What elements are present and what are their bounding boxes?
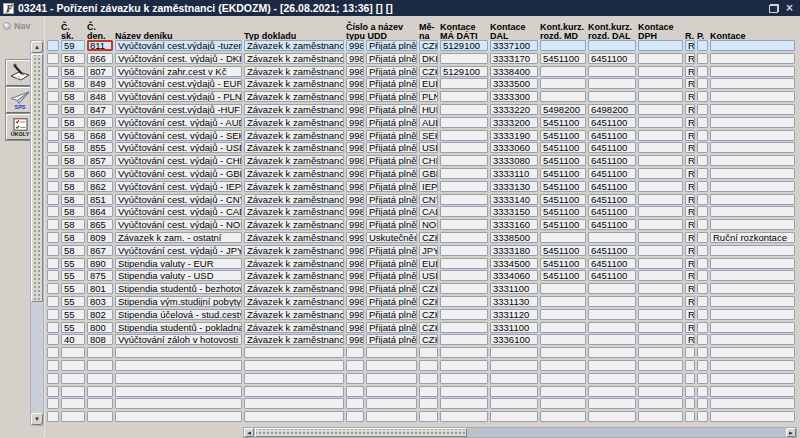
cell-udd_num[interactable] xyxy=(346,347,364,358)
cell-typ[interactable]: Závazek k zaměstnanci xyxy=(244,104,344,115)
cell-kurzdal[interactable]: 6451100 xyxy=(588,258,636,269)
cell-udd_num[interactable]: 999 xyxy=(346,232,364,243)
cell-mena[interactable]: CZK xyxy=(419,309,438,320)
cell-udd_name[interactable]: Přijatá plnění z xyxy=(366,309,417,320)
cell-sk[interactable]: 58 xyxy=(61,219,85,230)
cell-dph[interactable] xyxy=(638,283,683,294)
cell-kurzmd[interactable]: 5451100 xyxy=(540,270,586,281)
cell-den[interactable]: 869 xyxy=(87,117,113,128)
cell-dal[interactable]: 3333500 xyxy=(490,78,538,89)
cell-r[interactable] xyxy=(685,411,695,422)
cell-r[interactable]: R xyxy=(685,270,695,281)
cell-udd_name[interactable] xyxy=(366,386,417,397)
cell-r[interactable] xyxy=(685,347,695,358)
cell-den[interactable] xyxy=(87,360,113,371)
cell-sk[interactable]: 58 xyxy=(61,194,85,205)
cell-den[interactable]: 847 xyxy=(87,104,113,115)
cell-r[interactable]: R xyxy=(685,168,695,179)
cell-mena[interactable]: CZK xyxy=(419,334,438,345)
cell-sk[interactable]: 58 xyxy=(61,78,85,89)
cell-sel[interactable] xyxy=(47,309,59,320)
cell-r[interactable]: R xyxy=(685,283,695,294)
cell-mena[interactable]: GBP xyxy=(419,168,438,179)
cell-kontace[interactable] xyxy=(710,411,795,422)
cell-dph[interactable] xyxy=(638,155,683,166)
cell-mena[interactable]: IEP xyxy=(419,181,438,192)
cell-dal[interactable]: 3333110 xyxy=(490,168,538,179)
cell-madati[interactable] xyxy=(440,398,488,409)
cell-nazev[interactable]: Vyúčtování cest. výdajů - CAD xyxy=(115,206,242,217)
cell-udd_name[interactable] xyxy=(366,411,417,422)
cell-dal[interactable]: 3333150 xyxy=(490,206,538,217)
cell-kontace[interactable] xyxy=(710,91,795,102)
cell-sel[interactable] xyxy=(47,347,59,358)
cell-p[interactable] xyxy=(697,78,708,89)
cell-r[interactable]: R xyxy=(685,219,695,230)
cell-r[interactable] xyxy=(685,360,695,371)
cell-mena[interactable]: CZK xyxy=(419,283,438,294)
cell-nazev[interactable]: Vyúčtování cest. výdajů - CNY xyxy=(115,194,242,205)
cell-sk[interactable] xyxy=(61,386,85,397)
cell-udd_num[interactable]: 998 xyxy=(346,322,364,333)
cell-dal[interactable]: 3334500 xyxy=(490,258,538,269)
cell-sel[interactable] xyxy=(47,155,59,166)
cell-dph[interactable] xyxy=(638,334,683,345)
cell-kontace[interactable] xyxy=(710,334,795,345)
cell-mena[interactable]: CZK xyxy=(419,296,438,307)
cell-dph[interactable] xyxy=(638,296,683,307)
vertical-scrollbar[interactable]: ▲ ▼ xyxy=(30,40,44,426)
cell-kurzdal[interactable]: 6451100 xyxy=(588,168,636,179)
cell-sel[interactable] xyxy=(47,373,59,384)
cell-sel[interactable] xyxy=(47,168,59,179)
cell-sk[interactable]: 58 xyxy=(61,117,85,128)
cell-dph[interactable] xyxy=(638,219,683,230)
cell-madati[interactable] xyxy=(440,360,488,371)
cell-dal[interactable]: 3333300 xyxy=(490,91,538,102)
cell-r[interactable]: R xyxy=(685,322,695,333)
cell-mena[interactable]: JPY xyxy=(419,245,438,256)
cell-dal[interactable]: 3333130 xyxy=(490,181,538,192)
cell-dph[interactable] xyxy=(638,117,683,128)
cell-r[interactable]: R xyxy=(685,40,695,51)
cell-r[interactable]: R xyxy=(685,206,695,217)
cell-r[interactable] xyxy=(685,386,695,397)
cell-dph[interactable] xyxy=(638,347,683,358)
cell-dph[interactable] xyxy=(638,270,683,281)
cell-p[interactable] xyxy=(697,155,708,166)
cell-dal[interactable] xyxy=(490,386,538,397)
cell-den[interactable] xyxy=(87,411,113,422)
cell-typ[interactable]: Závazek k zaměstnanci xyxy=(244,206,344,217)
cell-udd_num[interactable]: 998 xyxy=(346,40,364,51)
cell-udd_num[interactable] xyxy=(346,398,364,409)
cell-dph[interactable] xyxy=(638,91,683,102)
cell-p[interactable] xyxy=(697,373,708,384)
cell-dph[interactable] xyxy=(638,360,683,371)
cell-madati[interactable] xyxy=(440,373,488,384)
cell-r[interactable]: R xyxy=(685,334,695,345)
cell-kurzdal[interactable] xyxy=(588,40,636,51)
cell-kurzmd[interactable]: 5451100 xyxy=(540,53,586,64)
cell-udd_num[interactable]: 998 xyxy=(346,78,364,89)
cell-mena[interactable] xyxy=(419,373,438,384)
cell-sel[interactable] xyxy=(47,296,59,307)
cell-kurzmd[interactable] xyxy=(540,347,586,358)
cell-p[interactable] xyxy=(697,322,708,333)
cell-mena[interactable]: CZK xyxy=(419,40,438,51)
cell-udd_name[interactable]: Přijatá plnění z xyxy=(366,91,417,102)
cell-sel[interactable] xyxy=(47,53,59,64)
cell-dph[interactable] xyxy=(638,258,683,269)
cell-madati[interactable] xyxy=(440,78,488,89)
cell-kurzdal[interactable]: 6451100 xyxy=(588,194,636,205)
cell-madati[interactable] xyxy=(440,309,488,320)
cell-sel[interactable] xyxy=(47,117,59,128)
cell-udd_num[interactable] xyxy=(346,373,364,384)
cell-sk[interactable]: 58 xyxy=(61,53,85,64)
cell-nazev[interactable]: Vyúčtování cest. výdajů - AUD xyxy=(115,117,242,128)
cell-sk[interactable]: 58 xyxy=(61,66,85,77)
cell-typ[interactable]: Závazek k zaměstnanci xyxy=(244,270,344,281)
cell-sk[interactable] xyxy=(61,347,85,358)
cell-p[interactable] xyxy=(697,142,708,153)
cell-udd_num[interactable] xyxy=(346,386,364,397)
cell-kurzdal[interactable]: 6498200 xyxy=(588,104,636,115)
cell-dal[interactable]: 3333190 xyxy=(490,130,538,141)
